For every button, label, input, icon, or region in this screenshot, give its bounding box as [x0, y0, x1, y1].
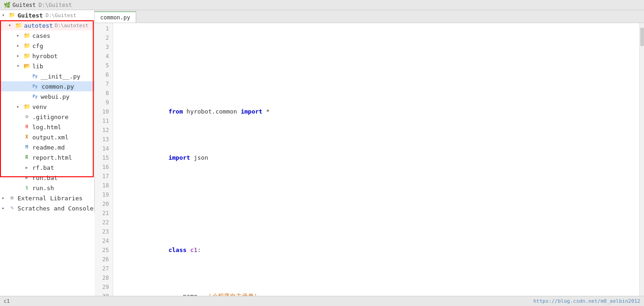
vertical-scrollbar[interactable] [639, 23, 644, 296]
code-text-3: import json [125, 144, 644, 172]
folder-icon [23, 32, 30, 39]
status-left: c1 [4, 298, 10, 304]
bat-icon [23, 164, 30, 171]
tree-item-label: __init__.py [41, 73, 80, 80]
tree-item-label: run.bat [32, 174, 58, 181]
sidebar-item-guitest[interactable]: 📁 Guitest D:\Guitest [0, 10, 94, 20]
tree-item-label: readme.md [32, 144, 65, 151]
ln-10: 10 [95, 107, 109, 116]
fold-2 [119, 107, 125, 116]
folder-icon [23, 103, 30, 110]
sidebar-item-common-py[interactable]: common.py [0, 81, 94, 91]
xml-icon [23, 133, 30, 141]
sidebar-item-readme-md[interactable]: readme.md [0, 142, 94, 152]
sidebar-item-gitignore[interactable]: .gitignore [0, 112, 94, 122]
ln-6: 6 [95, 70, 109, 79]
ln-3: 3 [95, 42, 109, 52]
ln-27: 27 [95, 264, 109, 273]
sidebar-item-rf-bat[interactable]: rf.bat [0, 162, 94, 173]
fold-3 [119, 153, 125, 162]
tree-item-label: common.py [41, 83, 75, 90]
python-file-icon [31, 72, 39, 80]
sidebar-item-scratches[interactable]: Scratches and Consoles [0, 203, 94, 213]
ln-8: 8 [95, 89, 109, 98]
sidebar-item-external-libs[interactable]: External Libraries [0, 193, 94, 203]
tree-item-path: D:\Guitest [46, 12, 76, 18]
tree-item-label: log.html [32, 124, 61, 131]
ln-24: 24 [95, 236, 109, 246]
project-name: Guitest [12, 2, 36, 8]
project-icon: 🌿 [4, 2, 11, 8]
sidebar-item-venv[interactable]: venv [0, 102, 94, 112]
tree-item-label: report.html [32, 154, 72, 161]
ln-5: 5 [95, 61, 109, 70]
tree-item-label: .gitignore [32, 114, 68, 120]
sidebar-item-cases[interactable]: cases [0, 30, 94, 41]
tree-arrow [17, 53, 22, 59]
tree-item-label: venv [32, 103, 47, 110]
code-editor[interactable]: from hyrobot.common import * import json [113, 23, 644, 296]
sidebar-item-run-sh[interactable]: run.sh [0, 183, 94, 193]
ext-libs-icon [8, 194, 16, 202]
ln-19: 19 [95, 190, 109, 199]
tree-arrow [8, 23, 14, 28]
tree-item-label: Guitest [18, 12, 43, 19]
line-numbers: 1 2 3 4 5 6 7 8 9 10 11 12 13 14 15 16 1… [95, 23, 113, 296]
ln-21: 21 [95, 209, 109, 218]
ln-11: 11 [95, 116, 109, 126]
ln-7: 7 [95, 79, 109, 89]
folder-icon [23, 52, 30, 60]
tree-item-label: cfg [32, 42, 43, 49]
sidebar-item-webui-py[interactable]: webui.py [0, 91, 94, 102]
code-line-2: from hyrobot.common import * [119, 107, 644, 116]
folder-icon [23, 42, 30, 49]
scratch-icon [8, 204, 16, 212]
tree-arrow [17, 104, 22, 109]
sidebar-item-init-py[interactable]: __init__.py [0, 71, 94, 81]
tree-arrow [2, 12, 7, 18]
sidebar-item-hyrobot[interactable]: hyrobot [0, 51, 94, 61]
sidebar-item-autotest[interactable]: autotest D:\autotest [0, 20, 94, 30]
ln-13: 13 [95, 135, 109, 144]
tree-item-path-autotest: D:\autotest [55, 23, 89, 29]
scrollbar-thumb[interactable] [640, 28, 644, 46]
ln-29: 29 [95, 282, 109, 292]
project-path: D:\Guitest [39, 2, 72, 8]
html-icon [23, 123, 30, 131]
tree-item-label: autotest [24, 22, 53, 29]
fold-5 [119, 246, 125, 255]
code-text-6: name = '小程序自主录单' [125, 282, 644, 296]
sidebar-item-log-html[interactable]: log.html [0, 122, 94, 132]
sidebar-item-report-html[interactable]: report.html [0, 152, 94, 162]
python-file-icon [31, 93, 39, 100]
sidebar-item-run-bat[interactable]: run.bat [0, 173, 94, 183]
fold-4 [119, 199, 125, 209]
project-tree[interactable]: 📁 Guitest D:\Guitest autotest D:\autotes… [0, 10, 95, 213]
sidebar-item-lib[interactable]: lib [0, 61, 94, 71]
main-layout: 📁 Guitest D:\Guitest autotest D:\autotes… [0, 10, 644, 296]
code-line-3: import json [119, 153, 644, 162]
code-container[interactable]: 1 2 3 4 5 6 7 8 9 10 11 12 13 14 15 16 1… [95, 23, 644, 296]
bat-icon [23, 174, 30, 181]
code-line-4 [119, 199, 644, 209]
sidebar-item-output-xml[interactable]: output.xml [0, 132, 94, 142]
ln-28: 28 [95, 273, 109, 282]
ln-25: 25 [95, 246, 109, 255]
sidebar-item-cfg[interactable]: cfg [0, 41, 94, 51]
tab-common-py[interactable]: common.py [95, 12, 136, 23]
code-line-1 [119, 61, 644, 70]
folder-icon [23, 62, 30, 70]
ln-23: 23 [95, 227, 109, 236]
code-line-6: name = '小程序自主录单' [119, 292, 644, 296]
fold-1 [119, 61, 125, 70]
status-class: c1 [4, 298, 10, 304]
tree-arrow [2, 205, 7, 211]
python-file-icon [31, 83, 39, 90]
tree-arrow [17, 43, 22, 48]
ln-20: 20 [95, 199, 109, 209]
folder-icon: 📁 [8, 12, 16, 19]
ln-9: 9 [95, 98, 109, 107]
ln-14: 14 [95, 144, 109, 153]
code-text-5: class c1: [125, 236, 644, 264]
tree-item-label: run.sh [32, 185, 54, 192]
